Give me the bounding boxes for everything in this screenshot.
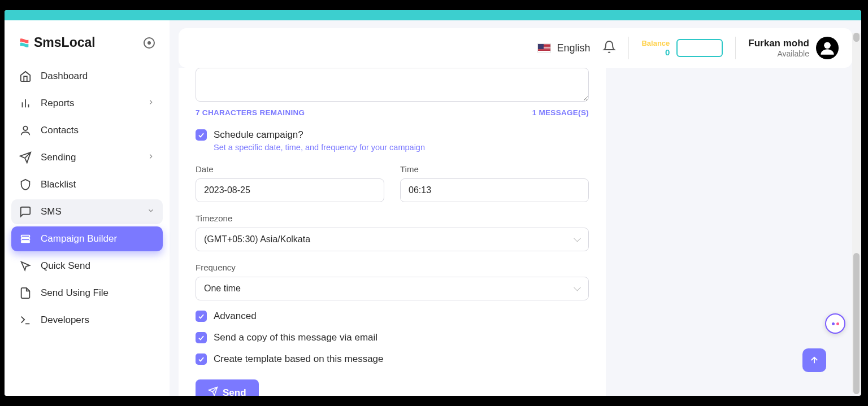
time-label: Time [400,164,589,174]
balance-label: Balance [641,39,670,47]
balance-button[interactable] [676,39,723,57]
svg-rect-9 [21,238,30,241]
scrollbar-arrow-down[interactable] [853,383,860,392]
layers-icon [19,233,32,245]
header-bar: English Balance 0 Furkan mohd Available [179,28,852,68]
scroll-top-button[interactable] [802,348,826,372]
sidebar-item-developers[interactable]: Developers [11,308,163,333]
frequency-select[interactable] [196,277,589,300]
language-selector[interactable]: English [537,42,590,54]
advanced-checkbox[interactable] [196,311,207,322]
chevron-right-icon [147,152,155,163]
send-button[interactable]: Send [196,379,259,396]
send-icon [208,386,218,396]
nav-label: Campaign Builder [41,233,117,245]
campaign-form: 7 CHARACTERS REMAINING 1 MESSAGE(S) Sche… [179,68,606,396]
nav-label: Developers [41,315,89,326]
time-input[interactable] [400,178,589,202]
timezone-select[interactable] [196,228,589,251]
nav-label: Reports [41,98,75,109]
bar-chart-icon [19,97,32,110]
chars-remaining: 7 CHARACTERS REMAINING [196,108,305,117]
sidebar-item-send-file[interactable]: Send Using File [11,281,163,305]
home-icon [19,70,32,82]
send-copy-label: Send a copy of this message via email [214,332,377,343]
user-status: Available [748,49,809,58]
user-menu[interactable]: Furkan mohd Available [748,37,839,59]
main-content: English Balance 0 Furkan mohd Available [170,20,861,396]
cursor-icon [19,260,32,272]
nav-label: Blacklist [41,179,76,190]
nav-label: Quick Send [41,260,90,272]
message-textarea[interactable] [196,68,589,102]
user-icon [19,124,32,137]
send-copy-checkbox[interactable] [196,332,207,343]
svg-point-12 [824,42,831,49]
message-icon [19,206,32,218]
schedule-label: Schedule campaign? [214,129,303,141]
app-name: SmsLocal [34,35,96,50]
user-name: Furkan mohd [748,38,809,49]
svg-point-1 [148,42,150,44]
nav-label: SMS [41,206,62,217]
app-logo[interactable]: SmsLocal [18,35,96,50]
date-input[interactable] [196,178,384,202]
timezone-label: Timezone [196,213,589,223]
scrollbar-thumb[interactable] [853,253,860,394]
nav-label: Send Using File [41,287,108,299]
svg-point-5 [23,126,27,130]
flag-us-icon [537,43,551,53]
nav-label: Contacts [41,125,79,136]
balance-block: Balance 0 [641,39,723,57]
frequency-label: Frequency [196,263,589,272]
shield-icon [19,178,32,191]
send-icon [19,151,32,164]
sidebar: SmsLocal Dashboard Reports Contacts [5,20,170,396]
sidebar-item-quick-send[interactable]: Quick Send [11,254,163,278]
sidebar-item-campaign-builder[interactable]: Campaign Builder [11,226,163,251]
nav-label: Sending [41,152,76,163]
schedule-sublabel: Set a specific date, time, and frequency… [214,143,589,152]
send-button-label: Send [223,387,246,396]
avatar [816,37,839,59]
chevron-right-icon [147,98,155,109]
divider [735,37,736,59]
file-icon [19,287,32,299]
message-count: 1 MESSAGE(S) [532,108,589,117]
date-label: Date [196,164,384,174]
sidebar-item-contacts[interactable]: Contacts [11,118,163,143]
advanced-label: Advanced [214,311,257,322]
create-template-checkbox[interactable] [196,353,207,365]
divider [628,37,629,59]
terminal-icon [19,314,32,326]
schedule-checkbox[interactable] [196,129,207,141]
chevron-down-icon [147,206,155,217]
scrollbar-arrow-up[interactable] [853,33,860,42]
target-icon[interactable] [142,36,156,50]
balance-value: 0 [641,47,670,57]
svg-rect-10 [21,242,30,243]
create-template-label: Create template based on this message [214,353,384,365]
logo-mark-icon [18,37,31,49]
svg-rect-8 [21,235,30,238]
sidebar-item-sending[interactable]: Sending [11,145,163,170]
nav-label: Dashboard [41,71,88,82]
sidebar-item-blacklist[interactable]: Blacklist [11,172,163,197]
bell-icon[interactable] [602,40,616,56]
language-label: English [557,42,590,54]
chat-widget[interactable] [825,313,845,334]
sidebar-item-reports[interactable]: Reports [11,91,163,116]
window-top-bar [5,10,861,20]
sidebar-item-sms[interactable]: SMS [11,199,163,224]
scrollbar[interactable] [852,33,861,392]
sidebar-item-dashboard[interactable]: Dashboard [11,64,163,89]
